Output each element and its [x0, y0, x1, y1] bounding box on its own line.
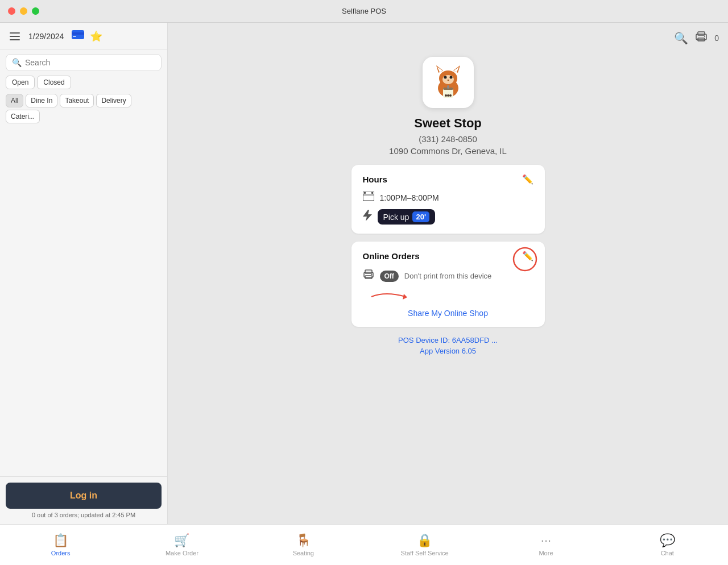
order-type-row: All Dine In Takeout Delivery Cateri...: [0, 94, 167, 128]
svg-point-24: [445, 94, 447, 97]
window-title: Selflane POS: [342, 7, 386, 15]
printer-icon[interactable]: [695, 31, 708, 45]
print-row: Off Don't print from this device: [363, 269, 533, 282]
pickup-label: Pick up: [383, 213, 410, 222]
staff-tab-label: Staff Self Service: [401, 550, 449, 556]
share-online-shop-link[interactable]: Share My Online Shop: [363, 309, 533, 318]
tab-make-order[interactable]: 🛒 Make Order: [154, 533, 210, 556]
order-type-dine-in[interactable]: Dine In: [26, 94, 57, 107]
hours-card: Hours ✏️ 1:00PM–8:00PM: [351, 165, 545, 234]
sidebar-order-list: [0, 128, 167, 476]
arrow-annotation: [369, 288, 414, 305]
chat-tab-icon: 💬: [660, 533, 675, 548]
lightning-icon: [363, 210, 372, 224]
tab-staff-self-service[interactable]: 🔒 Staff Self Service: [396, 533, 453, 556]
pos-device-id[interactable]: POS Device ID: 6AA58DFD ...: [398, 336, 498, 344]
sidebar-header: 1/29/2024 ⭐: [0, 23, 167, 49]
more-tab-icon: ···: [541, 533, 551, 548]
sidebar-footer: Log in 0 out of 3 orders; updated at 2:4…: [0, 476, 167, 524]
svg-rect-23: [447, 85, 449, 89]
search-icon-toolbar[interactable]: 🔍: [674, 31, 688, 45]
close-button[interactable]: [8, 7, 15, 15]
hours-card-header: Hours ✏️: [363, 174, 533, 185]
minimize-button[interactable]: [20, 7, 27, 15]
filter-closed-button[interactable]: Closed: [37, 76, 71, 89]
order-type-delivery[interactable]: Delivery: [96, 94, 131, 107]
online-orders-edit-icon[interactable]: ✏️: [522, 251, 533, 261]
hours-time: 1:00PM–8:00PM: [380, 193, 439, 202]
svg-point-19: [449, 76, 452, 79]
sidebar-action-icons: ⭐: [72, 30, 102, 43]
search-icon: 🔍: [12, 58, 22, 67]
order-type-all[interactable]: All: [6, 94, 23, 107]
device-info: POS Device ID: 6AA58DFD ... App Version …: [398, 336, 498, 355]
app-body: 1/29/2024 ⭐ 🔍 Open Closed: [0, 23, 728, 524]
svg-point-9: [704, 36, 705, 37]
svg-rect-4: [72, 32, 84, 35]
tab-orders[interactable]: 📋 Orders: [32, 533, 89, 556]
clock-icon: [363, 192, 374, 203]
svg-rect-1: [10, 36, 20, 37]
card-icon[interactable]: [72, 30, 84, 43]
svg-rect-5: [73, 36, 76, 37]
toggle-off-badge[interactable]: Off: [380, 271, 399, 282]
svg-rect-29: [371, 192, 373, 194]
staff-tab-icon: 🔒: [417, 533, 432, 548]
svg-rect-2: [10, 39, 20, 40]
store-phone: (331) 248-0850: [419, 134, 477, 144]
svg-rect-7: [698, 32, 705, 35]
order-type-takeout[interactable]: Takeout: [60, 94, 94, 107]
svg-point-18: [444, 76, 446, 79]
svg-rect-28: [364, 192, 366, 194]
tab-more[interactable]: ··· More: [518, 533, 574, 556]
orders-tab-icon: 📋: [53, 533, 68, 548]
svg-marker-36: [403, 294, 407, 300]
svg-rect-0: [10, 32, 20, 34]
store-card: Sweet Stop (331) 248-0850 1090 Commons D…: [278, 57, 619, 355]
tab-bar: 📋 Orders 🛒 Make Order 🪑 Seating 🔒 Staff …: [0, 524, 728, 565]
hours-edit-icon[interactable]: ✏️: [522, 174, 533, 185]
main-content: 🔍 0: [168, 23, 728, 524]
svg-rect-33: [365, 270, 372, 273]
online-orders-header: Online Orders ✏️: [363, 251, 533, 261]
online-orders-card: Online Orders ✏️: [351, 242, 545, 327]
order-count-badge: 0: [714, 34, 719, 43]
search-bar: 🔍: [6, 54, 162, 71]
sidebar-date: 1/29/2024: [28, 32, 64, 41]
order-type-catering[interactable]: Cateri...: [6, 110, 40, 123]
hours-title: Hours: [363, 175, 387, 184]
app-version[interactable]: App Version 6.05: [398, 347, 498, 355]
store-logo: [423, 57, 474, 108]
svg-point-35: [371, 274, 372, 275]
svg-point-20: [447, 80, 449, 81]
seating-tab-label: Seating: [293, 550, 314, 556]
filter-row: Open Closed: [0, 76, 167, 94]
filter-open-button[interactable]: Open: [6, 76, 35, 89]
store-name: Sweet Stop: [414, 116, 482, 131]
store-address: 1090 Commons Dr, Geneva, IL: [389, 146, 507, 156]
sidebar: 1/29/2024 ⭐ 🔍 Open Closed: [0, 23, 168, 524]
printer-row-icon: [363, 269, 374, 282]
online-orders-title: Online Orders: [363, 251, 420, 261]
title-bar: Selflane POS: [0, 0, 728, 23]
login-button[interactable]: Log in: [6, 483, 162, 509]
sidebar-toggle-button[interactable]: [7, 28, 23, 44]
pickup-row: Pick up 20': [363, 209, 533, 225]
pickup-time: 20': [412, 211, 429, 222]
window-controls: [8, 7, 39, 15]
maximize-button[interactable]: [32, 7, 39, 15]
make-order-tab-label: Make Order: [166, 550, 198, 556]
online-orders-edit-wrapper: ✏️: [522, 251, 533, 261]
orders-status: 0 out of 3 orders; updated at 2:45 PM: [6, 512, 162, 518]
orders-tab-label: Orders: [51, 550, 71, 556]
tab-chat[interactable]: 💬 Chat: [639, 533, 696, 556]
seating-tab-icon: 🪑: [296, 533, 311, 548]
star-icon[interactable]: ⭐: [90, 30, 102, 43]
svg-point-26: [449, 94, 452, 97]
svg-point-25: [447, 94, 449, 97]
print-label: Don't print from this device: [404, 272, 492, 280]
search-input[interactable]: [25, 58, 155, 67]
tab-seating[interactable]: 🪑 Seating: [275, 533, 332, 556]
main-toolbar: 🔍 0: [674, 31, 719, 45]
make-order-tab-icon: 🛒: [174, 533, 189, 548]
